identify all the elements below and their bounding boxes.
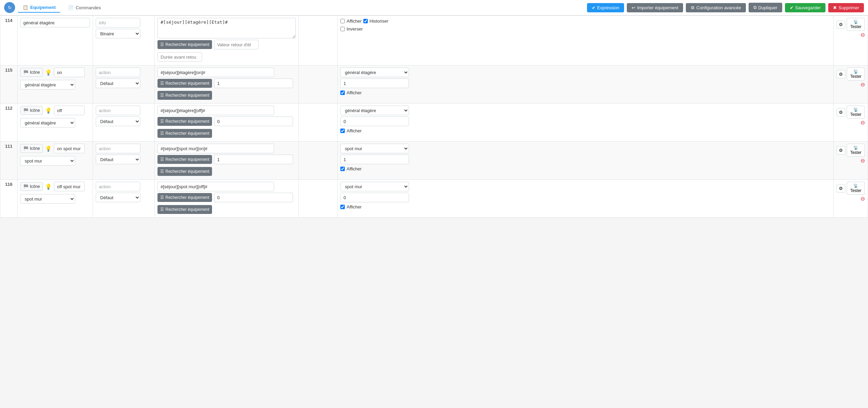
afficher-check-115[interactable] [340,91,345,95]
group-select-116[interactable]: spot mur [20,194,75,204]
table-row: 114 Binaire Numérique Autre #[ [0,16,868,65]
value-input-116[interactable] [340,193,409,202]
duree-retour-114[interactable] [157,52,202,62]
check-icon: ✔ [592,5,596,10]
search-eq-btn2-115[interactable]: ☰ Rechercher équipement [157,91,212,100]
formula-textarea-114[interactable]: #[séjour][étagère][Etat]# [157,18,296,38]
back-button[interactable]: ↻ [4,2,15,13]
formula-input-112[interactable] [157,106,274,115]
tester-button-115[interactable]: 📡 Tester [847,68,865,81]
icone-btn-115[interactable]: 🏁 Icône [20,68,43,77]
afficher-check-111[interactable] [340,167,345,171]
subtype-select-115[interactable]: Défaut Couleur [96,79,140,88]
afficher-check-116[interactable] [340,205,345,209]
formula-input-115[interactable] [157,68,274,77]
search-eq-btn-114[interactable]: ☰ Rechercher équipement [157,40,212,49]
afficher-label-114: Afficher [347,19,362,24]
gear-icon: ⚙ [691,5,695,10]
cell-empty-116 [299,180,338,218]
subtype-select-112[interactable]: Défaut [96,117,140,126]
name-input-112[interactable] [54,106,85,115]
subtype-select-114[interactable]: Binaire Numérique Autre [96,29,140,38]
dupliquer-button[interactable]: ⧉ Dupliquer [749,3,782,12]
search-eq-btn1-115[interactable]: ☰ Rechercher équipement [157,79,212,88]
group-select-111[interactable]: spot mur [20,156,75,166]
search-val-111[interactable] [214,155,293,164]
group-select-112[interactable]: général étagère [20,118,75,128]
search-val-115[interactable] [214,79,293,88]
afficher-check-112[interactable] [340,129,345,133]
table-row: 115 🏁 Icône 💡 général étagère [0,65,868,104]
type-input-114[interactable] [96,18,140,27]
afficher-check-114[interactable] [340,19,345,23]
wifi-icon-115: 📡 [853,69,858,74]
name-input-111[interactable] [54,144,85,153]
table-row: 116 🏁 Icône 💡 spot mur [0,180,868,218]
row-id-115: 115 [0,65,17,104]
type-input-115[interactable] [96,68,140,77]
name-input-114[interactable] [20,18,90,27]
delete-icon: ✖ [833,5,837,10]
type-input-111[interactable] [96,144,140,153]
expression-button[interactable]: ✔ Expression [587,3,624,12]
tester-button-111[interactable]: 📡 Tester [847,144,865,157]
delete-button[interactable]: ✖ Supprimer [828,3,864,12]
afficher-label-116: Afficher [347,204,362,209]
value-input-112[interactable] [340,117,409,126]
gear-button-114[interactable]: ⚙ [836,20,845,29]
formula-input-116[interactable] [157,182,274,191]
importer-button[interactable]: ↩ Importer équipement [627,3,683,12]
icone-btn-112[interactable]: 🏁 Icône [20,106,43,115]
wifi-icon-116: 📡 [853,183,858,188]
equipment-select-116[interactable]: spot mur [340,182,409,191]
tab-equipement[interactable]: 📋 Equipement [18,3,60,13]
tester-button-112[interactable]: 📡 Tester [847,106,865,119]
subtype-select-111[interactable]: Défaut [96,155,140,164]
search-val-112[interactable] [214,117,293,126]
row-id-114: 114 [0,16,17,65]
icone-btn-116[interactable]: 🏁 Icône [20,182,43,191]
subtype-select-116[interactable]: Défaut [96,193,140,202]
search-val-116[interactable] [214,193,293,202]
gear-button-112[interactable]: ⚙ [836,108,845,117]
cell-type-116: Défaut [93,180,155,218]
remove-button-112[interactable]: ⊖ [860,120,865,125]
name-input-115[interactable] [54,68,85,77]
config-button[interactable]: ⚙ Configuration avancée [686,3,746,12]
search-eq-btn1-116[interactable]: ☰ Rechercher équipement [157,193,212,202]
gear-button-111[interactable]: ⚙ [836,146,845,155]
group-select-115[interactable]: général étagère [20,80,75,89]
search-eq-btn2-116[interactable]: ☰ Rechercher équipement [157,205,212,214]
remove-button-116[interactable]: ⊖ [860,196,865,202]
equipment-select-112[interactable]: général étagère [340,106,409,115]
tab-commandes[interactable]: 📄 Commandes [63,3,106,12]
save-button[interactable]: ✔ Sauvegarder [785,3,825,12]
search-eq-btn2-112[interactable]: ☰ Rechercher équipement [157,129,212,138]
gear-button-115[interactable]: ⚙ [836,70,845,79]
search-eq-btn2-111[interactable]: ☰ Rechercher équipement [157,167,212,176]
name-input-116[interactable] [54,182,85,191]
remove-button-114[interactable]: ⊖ [860,32,865,38]
value-input-115[interactable] [340,79,409,88]
value-input-111[interactable] [340,155,409,164]
remove-button-111[interactable]: ⊖ [860,158,865,164]
search-eq-btn1-112[interactable]: ☰ Rechercher équipement [157,117,212,126]
formula-input-111[interactable] [157,144,274,153]
type-input-112[interactable] [96,106,140,115]
search-eq-btn1-111[interactable]: ☰ Rechercher équipement [157,155,212,164]
type-input-116[interactable] [96,182,140,191]
icone-btn-111[interactable]: 🏁 Icône [20,144,43,153]
remove-button-115[interactable]: ⊖ [860,82,865,87]
tester-button-114[interactable]: 📡 Tester [847,18,865,31]
equipment-select-111[interactable]: spot mur [340,144,409,153]
inverser-check-114[interactable] [340,27,345,31]
cell-actions-114: ⚙ 📡 Tester ⊖ [834,16,868,65]
historiser-check-114[interactable] [363,19,368,23]
tester-button-116[interactable]: 📡 Tester [847,182,865,195]
retour-value-114[interactable] [214,40,259,49]
bulb-icon-115: 💡 [45,69,52,76]
gear-button-116[interactable]: ⚙ [836,184,845,193]
cell-name-112: 🏁 Icône 💡 général étagère [17,104,93,142]
equipment-select-115[interactable]: général étagère [340,68,409,77]
commands-table: 114 Binaire Numérique Autre #[ [0,15,868,218]
